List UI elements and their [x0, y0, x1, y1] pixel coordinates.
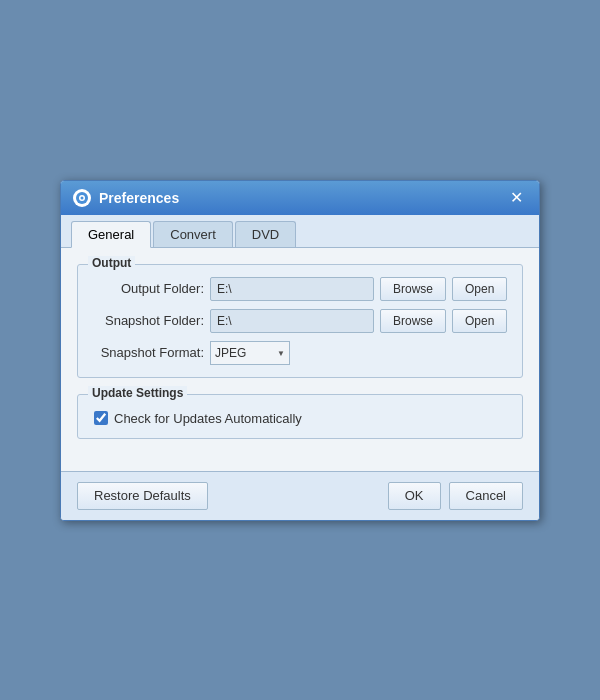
output-folder-input[interactable]	[210, 277, 374, 301]
snapshot-folder-open-button[interactable]: Open	[452, 309, 507, 333]
svg-point-2	[81, 196, 84, 199]
output-folder-browse-button[interactable]: Browse	[380, 277, 446, 301]
snapshot-format-select[interactable]: JPEG PNG BMP	[210, 341, 290, 365]
ok-button[interactable]: OK	[388, 482, 441, 510]
snapshot-format-wrapper: JPEG PNG BMP	[210, 341, 290, 365]
preferences-dialog: Preferences ✕ General Convert DVD Output…	[60, 180, 540, 521]
close-button[interactable]: ✕	[506, 190, 527, 206]
snapshot-folder-row: Snapshot Folder: Browse Open	[94, 309, 506, 333]
restore-defaults-button[interactable]: Restore Defaults	[77, 482, 208, 510]
tab-convert[interactable]: Convert	[153, 221, 233, 247]
footer: Restore Defaults OK Cancel	[61, 471, 539, 520]
update-section: Update Settings Check for Updates Automa…	[77, 394, 523, 439]
output-section-title: Output	[88, 256, 135, 270]
snapshot-folder-label: Snapshot Folder:	[94, 313, 204, 328]
output-section: Output Output Folder: Browse Open Snapsh…	[77, 264, 523, 378]
app-icon	[73, 189, 91, 207]
tab-bar: General Convert DVD	[61, 215, 539, 248]
cancel-button[interactable]: Cancel	[449, 482, 523, 510]
output-folder-open-button[interactable]: Open	[452, 277, 507, 301]
output-folder-label: Output Folder:	[94, 281, 204, 296]
title-bar: Preferences ✕	[61, 181, 539, 215]
tab-dvd[interactable]: DVD	[235, 221, 296, 247]
output-folder-row: Output Folder: Browse Open	[94, 277, 506, 301]
snapshot-format-label: Snapshot Format:	[94, 345, 204, 360]
check-updates-label: Check for Updates Automatically	[114, 411, 302, 426]
tab-general[interactable]: General	[71, 221, 151, 248]
title-bar-left: Preferences	[73, 189, 179, 207]
check-updates-checkbox[interactable]	[94, 411, 108, 425]
snapshot-format-row: Snapshot Format: JPEG PNG BMP	[94, 341, 506, 365]
footer-right: OK Cancel	[388, 482, 523, 510]
snapshot-folder-browse-button[interactable]: Browse	[380, 309, 446, 333]
update-section-title: Update Settings	[88, 386, 187, 400]
check-updates-row: Check for Updates Automatically	[94, 407, 506, 426]
content-area: Output Output Folder: Browse Open Snapsh…	[61, 248, 539, 471]
snapshot-folder-input[interactable]	[210, 309, 374, 333]
dialog-title: Preferences	[99, 190, 179, 206]
